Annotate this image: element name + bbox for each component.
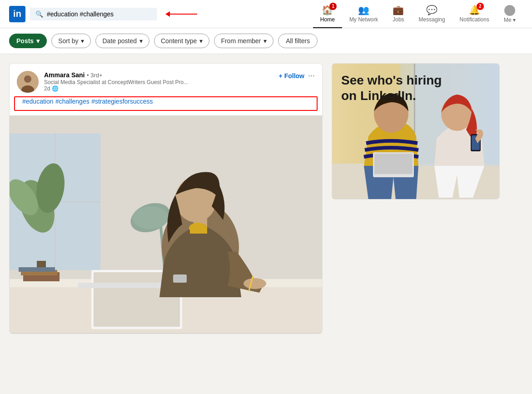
post-card: Ammara Sani • 3rd+ Social Media Speciali… (9, 63, 323, 334)
filter-bar: Posts ▾ Sort by ▾ Date posted ▾ Content … (0, 28, 532, 54)
post-image-svg (10, 115, 322, 334)
nav-home[interactable]: 🏠 1 Home (313, 0, 342, 28)
svg-rect-35 (173, 274, 187, 283)
ad-text-overlay: See who's hiring on LinkedIn. (341, 73, 442, 103)
arrow-line (170, 14, 197, 15)
sort-by-button[interactable]: Sort by ▾ (51, 34, 91, 48)
hashtag-education[interactable]: #education (22, 98, 54, 105)
post-header: Ammara Sani • 3rd+ Social Media Speciali… (10, 64, 322, 96)
content-type-chevron-icon: ▾ (199, 37, 203, 45)
arrow-indicator (166, 11, 197, 17)
posts-label: Posts (16, 37, 34, 45)
all-filters-label: All filters (286, 37, 310, 45)
sort-by-label: Sort by (58, 37, 78, 45)
notifications-icon: 🔔 2 (469, 5, 480, 15)
jobs-label: Jobs (393, 16, 404, 23)
date-posted-button[interactable]: Date posted ▾ (95, 34, 149, 48)
nav-my-network[interactable]: 👥 My Network (342, 0, 385, 28)
svg-rect-44 (374, 154, 413, 174)
post-user-title: Social Media Specialist at ConceptWriter… (44, 79, 273, 85)
svg-point-1 (24, 75, 31, 83)
svg-point-30 (244, 278, 266, 289)
home-badge: 1 (329, 3, 337, 10)
from-member-button[interactable]: From member ▾ (214, 34, 273, 48)
arrow-head (165, 11, 170, 17)
from-member-label: From member (221, 37, 261, 45)
linkedin-logo[interactable]: in (9, 6, 25, 22)
svg-point-17 (132, 206, 169, 229)
date-posted-label: Date posted (102, 37, 137, 45)
all-filters-button[interactable]: All filters (278, 34, 318, 48)
search-input[interactable] (47, 10, 152, 18)
svg-rect-34 (19, 267, 55, 272)
nav-me[interactable]: Me ▾ (497, 0, 523, 28)
content-type-button[interactable]: Content type ▾ (154, 34, 209, 48)
post-user-info: Ammara Sani • 3rd+ Social Media Speciali… (44, 71, 273, 92)
follow-button[interactable]: + Follow (279, 72, 304, 80)
network-label: My Network (349, 16, 378, 23)
home-label: Home (320, 16, 335, 23)
posts-chevron-icon: ▾ (36, 37, 40, 45)
ad-image[interactable]: See who's hiring on LinkedIn. (332, 63, 500, 199)
search-icon: 🔍 (35, 10, 43, 18)
notifications-label: Notifications (460, 16, 489, 23)
content-type-label: Content type (161, 37, 197, 45)
nav-notifications[interactable]: 🔔 2 Notifications (452, 0, 497, 28)
svg-rect-29 (190, 227, 207, 234)
nav-jobs[interactable]: 💼 Jobs (385, 0, 411, 28)
hashtag-challenges[interactable]: #challenges (55, 98, 89, 105)
post-user-degree: • 3rd+ (87, 72, 103, 79)
user-avatar (504, 5, 515, 16)
home-icon: 🏠 1 (322, 5, 333, 15)
from-member-chevron-icon: ▾ (264, 37, 267, 45)
post-hashtags: #education #challenges #strategiesforsuc… (14, 96, 318, 111)
post-user-name[interactable]: Ammara Sani (44, 71, 85, 79)
main-nav: 🏠 1 Home 👥 My Network 💼 Jobs 💬 Messaging… (313, 0, 523, 28)
hashtag-strategiesforsuccess[interactable]: #strategiesforsuccess (91, 98, 153, 105)
more-options-icon: ··· (308, 71, 315, 80)
notifications-badge: 2 (477, 3, 484, 10)
header: in 🔍 🏠 1 Home 👥 My Network 💼 Jobs 💬 (0, 0, 532, 28)
sort-by-chevron-icon: ▾ (81, 37, 84, 45)
post-actions: + Follow ··· (279, 71, 315, 80)
more-options-button[interactable]: ··· (308, 71, 315, 80)
jobs-icon: 💼 (393, 5, 404, 15)
globe-icon: 🌐 (52, 85, 59, 92)
post-user-name-row: Ammara Sani • 3rd+ (44, 71, 273, 79)
messaging-label: Messaging (419, 16, 445, 23)
search-wrapper: 🔍 (30, 8, 161, 20)
network-icon: 👥 (358, 5, 369, 15)
follow-label: + Follow (279, 72, 304, 80)
post-time: 2d 🌐 (44, 85, 273, 92)
ad-card: See who's hiring on LinkedIn. (332, 63, 500, 334)
post-image (10, 115, 322, 334)
nav-messaging[interactable]: 💬 Messaging (412, 0, 452, 28)
me-label: Me ▾ (504, 17, 516, 23)
ad-headline-line1: See who's hiring (341, 73, 442, 88)
posts-filter-button[interactable]: Posts ▾ (9, 34, 47, 48)
main-content: Ammara Sani • 3rd+ Social Media Speciali… (0, 54, 532, 343)
ad-headline-line2: on LinkedIn. (341, 88, 442, 104)
post-author-avatar[interactable] (17, 71, 39, 93)
search-bar: 🔍 (30, 8, 157, 20)
logo-text: in (13, 9, 21, 19)
messaging-icon: 💬 (426, 5, 438, 15)
date-posted-chevron-icon: ▾ (139, 37, 143, 45)
